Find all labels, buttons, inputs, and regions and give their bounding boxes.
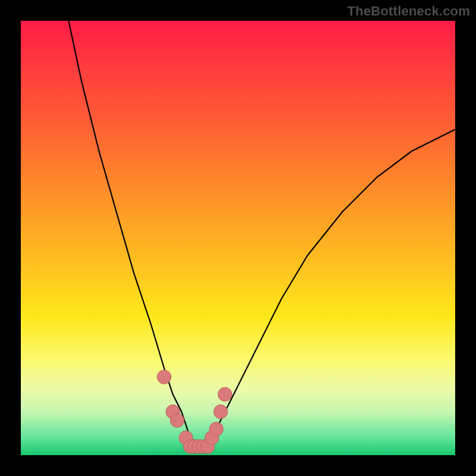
- chart-frame: TheBottleneck.com: [0, 0, 476, 476]
- bottleneck-curve-path: [68, 21, 455, 451]
- curve-svg: [21, 21, 455, 455]
- plot-area: [21, 21, 455, 455]
- highlight-dot: [157, 370, 171, 384]
- highlight-dot: [209, 422, 223, 436]
- highlight-dot: [218, 387, 231, 401]
- highlight-dot: [170, 414, 184, 427]
- marker-group: [157, 370, 232, 453]
- watermark-text: TheBottleneck.com: [347, 4, 470, 19]
- highlight-dot: [214, 405, 227, 418]
